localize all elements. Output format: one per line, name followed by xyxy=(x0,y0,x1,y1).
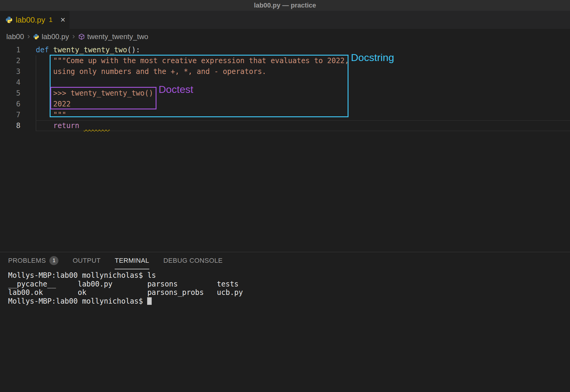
terminal[interactable]: Mollys-MBP:lab00 mollynicholas$ ls __pyc… xyxy=(0,269,570,305)
terminal-output-line: lab00.ok ok parsons_probs ucb.py xyxy=(8,288,570,297)
line-number: 3 xyxy=(0,66,36,77)
code-content: 2022 xyxy=(36,99,71,109)
breadcrumb-item-symbol[interactable]: twenty_twenty_two xyxy=(78,32,148,41)
code-content: >>> twenty_twenty_two() xyxy=(36,88,153,99)
panel-tab-debug-console[interactable]: DEBUG CONSOLE xyxy=(163,252,223,269)
code-token: twenty_twenty_two xyxy=(53,46,127,54)
python-icon xyxy=(5,16,13,23)
code-line: 1 def twenty_twenty_two(): xyxy=(0,44,570,55)
code-line: 4 xyxy=(0,77,570,88)
code-token: """Come up with the most creative expres… xyxy=(36,57,349,65)
panel-tab-output[interactable]: OUTPUT xyxy=(73,252,101,269)
terminal-output-line: Mollys-MBP:lab00 mollynicholas$ ls xyxy=(8,271,570,280)
code-token: def xyxy=(36,46,53,54)
code-line: 2 """Come up with the most creative expr… xyxy=(0,55,570,66)
code-token xyxy=(36,121,53,130)
breadcrumb-label: twenty_twenty_two xyxy=(87,32,148,41)
code-content: return xyxy=(36,120,110,131)
symbol-cube-icon xyxy=(78,33,85,40)
breadcrumb-item-lab00-py[interactable]: lab00.py xyxy=(33,32,69,41)
code-line: 5 >>> twenty_twenty_two() xyxy=(0,88,570,99)
code-line: 6 2022 xyxy=(0,99,570,109)
python-icon xyxy=(33,34,39,40)
line-number: 7 xyxy=(0,109,36,120)
line-number: 8 xyxy=(0,120,36,131)
line-number: 1 xyxy=(0,44,36,55)
tab-label: lab00.py xyxy=(16,15,45,25)
doctest-annotation-label: Doctest xyxy=(159,84,193,95)
code-token: 2022 xyxy=(36,100,71,108)
code-content: """ xyxy=(36,109,66,120)
warning-squiggle xyxy=(84,121,110,130)
code-content: """Come up with the most creative expres… xyxy=(36,55,349,66)
code-content: def twenty_twenty_two(): xyxy=(36,44,140,55)
code-line: 7 """ xyxy=(0,109,570,120)
panel-tab-bar: PROBLEMS 1 OUTPUT TERMINAL DEBUG CONSOLE xyxy=(0,252,570,269)
terminal-output-line: __pycache__ lab00.py parsons tests xyxy=(8,280,570,289)
window-title: lab00.py — practice xyxy=(254,2,316,9)
panel-tab-label: PROBLEMS xyxy=(8,257,46,265)
line-number: 5 xyxy=(0,88,36,99)
code-token: >>> twenty_twenty_two() xyxy=(36,89,153,97)
terminal-prompt: Mollys-MBP:lab00 mollynicholas$ xyxy=(8,297,147,305)
panel-tab-label: OUTPUT xyxy=(73,257,101,265)
code-token: """ xyxy=(36,111,66,119)
terminal-prompt-line: Mollys-MBP:lab00 mollynicholas$ xyxy=(8,297,570,306)
close-icon[interactable]: × xyxy=(60,16,65,24)
panel-tab-problems[interactable]: PROBLEMS 1 xyxy=(8,252,58,269)
chevron-right-icon: › xyxy=(27,32,30,41)
tab-problem-count: 1 xyxy=(49,16,52,24)
breadcrumb-label: lab00.py xyxy=(42,32,69,41)
code-content: using only numbers and the +, *, and - o… xyxy=(36,66,266,77)
line-number: 6 xyxy=(0,99,36,109)
code-editor[interactable]: 1 def twenty_twenty_two(): 2 """Come up … xyxy=(0,44,570,252)
terminal-cursor xyxy=(147,297,152,305)
code-line-active: 8 return xyxy=(0,120,570,131)
titlebar: lab00.py — practice xyxy=(0,0,570,11)
breadcrumb-item-lab00[interactable]: lab00 xyxy=(6,32,24,41)
problems-count-badge: 1 xyxy=(49,256,58,265)
bottom-panel: PROBLEMS 1 OUTPUT TERMINAL DEBUG CONSOLE… xyxy=(0,252,570,392)
code-token: using only numbers and the +, *, and - o… xyxy=(36,67,266,76)
tab-lab00-py[interactable]: lab00.py 1 × xyxy=(0,11,70,29)
chevron-right-icon: › xyxy=(72,32,75,41)
breadcrumb-label: lab00 xyxy=(6,32,24,41)
breadcrumb: lab00 › lab00.py › twenty_twenty_two xyxy=(0,29,570,44)
code-line: 3 using only numbers and the +, *, and -… xyxy=(0,66,570,77)
panel-tab-label: DEBUG CONSOLE xyxy=(163,257,223,265)
line-number: 4 xyxy=(0,77,36,88)
code-token xyxy=(79,121,84,130)
code-token: return xyxy=(53,121,79,130)
tab-bar: lab00.py 1 × xyxy=(0,11,570,29)
panel-tab-label: TERMINAL xyxy=(115,257,149,265)
current-line-highlight xyxy=(36,120,570,131)
docstring-annotation-label: Docstring xyxy=(351,52,394,63)
panel-tab-terminal[interactable]: TERMINAL xyxy=(115,252,149,269)
code-token: (): xyxy=(127,46,140,54)
line-number: 2 xyxy=(0,55,36,66)
